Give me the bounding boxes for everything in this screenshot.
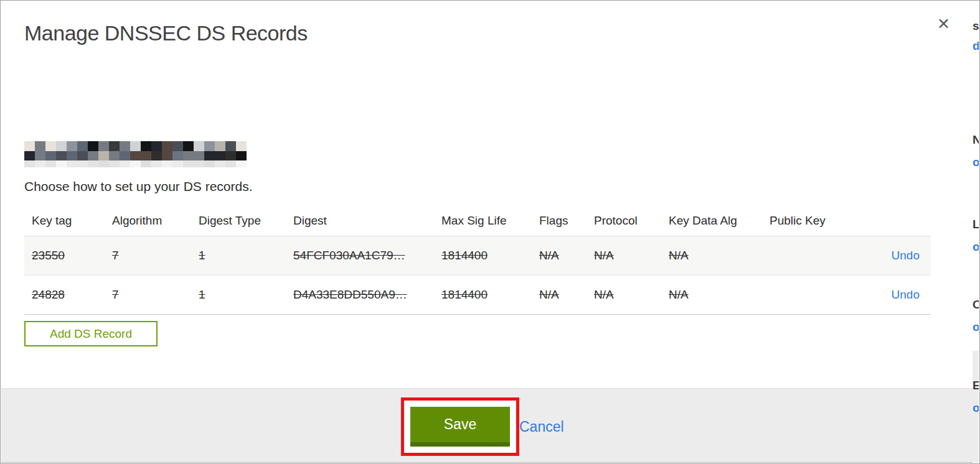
close-icon[interactable]: ✕ bbox=[937, 16, 950, 32]
redacted-pixel bbox=[98, 141, 109, 151]
redacted-pixel bbox=[109, 141, 120, 151]
column-header-protocol: Protocol bbox=[587, 206, 661, 236]
redacted-pixel bbox=[98, 151, 109, 160]
table-header-row: Key tagAlgorithmDigest TypeDigestMax Sig… bbox=[24, 206, 931, 236]
redacted-pixel bbox=[204, 141, 215, 151]
background-text-fragment: o bbox=[973, 156, 979, 168]
redacted-pixel bbox=[172, 160, 183, 167]
redacted-pixel bbox=[215, 160, 225, 167]
redacted-pixel bbox=[56, 151, 67, 160]
undo-link[interactable]: Undo bbox=[892, 249, 920, 262]
redacted-pixel bbox=[194, 160, 204, 167]
undo-link[interactable]: Undo bbox=[892, 288, 920, 301]
redacted-pixel bbox=[162, 151, 172, 160]
redacted-pixel bbox=[194, 141, 204, 151]
redacted-pixel bbox=[88, 160, 98, 167]
modal-title: Manage DNSSEC DS Records bbox=[24, 21, 308, 45]
redacted-pixel bbox=[183, 151, 194, 160]
redacted-pixel bbox=[183, 160, 194, 167]
column-header-max-sig-life: Max Sig Life bbox=[434, 206, 532, 236]
redacted-pixel bbox=[35, 151, 45, 160]
redacted-pixel bbox=[109, 151, 120, 160]
cell-flags: N/A bbox=[532, 236, 587, 276]
manage-dnssec-modal: Manage DNSSEC DS Records ✕ Choose how to… bbox=[1, 1, 973, 463]
screenshot-frame: Manage DNSSEC DS Records ✕ Choose how to… bbox=[0, 0, 980, 464]
background-text-fragment: E bbox=[973, 379, 979, 391]
cell-algorithm: 7 bbox=[105, 236, 191, 276]
background-text-fragment: s bbox=[973, 20, 979, 32]
cell-digest-type: 1 bbox=[191, 276, 286, 315]
cell-algorithm: 7 bbox=[105, 276, 191, 315]
redacted-pixel bbox=[151, 160, 162, 167]
redacted-pixel bbox=[120, 151, 130, 160]
redacted-pixel bbox=[24, 151, 35, 160]
redacted-pixel bbox=[130, 160, 141, 167]
redacted-pixel bbox=[120, 141, 130, 151]
redacted-pixel bbox=[215, 141, 225, 151]
redacted-pixel bbox=[204, 160, 215, 167]
table-row: 235507154FCF030AA1C79…1814400N/AN/AN/AUn… bbox=[24, 236, 931, 276]
redacted-pixel bbox=[24, 160, 35, 167]
redacted-pixel bbox=[88, 151, 98, 160]
redacted-pixel bbox=[24, 141, 35, 151]
redacted-pixel bbox=[204, 151, 215, 160]
redacted-pixel bbox=[151, 151, 162, 160]
background-text-fragment: o bbox=[973, 241, 979, 253]
redacted-pixel bbox=[77, 141, 88, 151]
redacted-pixel bbox=[77, 151, 88, 160]
red-annotation-box: Save bbox=[401, 397, 519, 456]
redacted-pixel bbox=[56, 160, 67, 167]
redacted-pixel bbox=[120, 160, 130, 167]
intro-text: Choose how to set up your DS records. bbox=[24, 179, 253, 194]
cell-max-sig-life: 1814400 bbox=[434, 276, 532, 315]
redacted-pixel bbox=[45, 141, 56, 151]
column-header-flags: Flags bbox=[532, 206, 587, 236]
redacted-pixel bbox=[225, 151, 236, 160]
cell-digest: 54FCF030AA1C79… bbox=[286, 236, 434, 276]
cell-key-tag: 24828 bbox=[24, 276, 105, 315]
cell-digest: D4A33E8DD550A9… bbox=[286, 276, 434, 315]
redacted-pixel bbox=[45, 151, 56, 160]
cell-public-key bbox=[762, 276, 875, 315]
redacted-pixel bbox=[236, 160, 247, 167]
background-text-fragment: d bbox=[973, 40, 979, 52]
redacted-pixel bbox=[225, 160, 236, 167]
background-text-fragment: o bbox=[973, 321, 979, 333]
background-text-fragment: C bbox=[973, 299, 979, 310]
modal-footer: Save Cancel bbox=[1, 388, 973, 463]
cell-action: Undo bbox=[875, 276, 931, 315]
redacted-pixel bbox=[77, 160, 88, 167]
redacted-pixel bbox=[183, 141, 194, 151]
redacted-pixel bbox=[67, 160, 77, 167]
redacted-pixel bbox=[98, 160, 109, 167]
column-header-algorithm: Algorithm bbox=[105, 206, 191, 236]
cell-key-data-alg: N/A bbox=[661, 276, 762, 315]
add-ds-record-button[interactable]: Add DS Record bbox=[24, 321, 158, 346]
redacted-pixel bbox=[172, 141, 183, 151]
redacted-pixel bbox=[141, 141, 151, 151]
background-text-fragment: L bbox=[973, 218, 979, 230]
cell-flags: N/A bbox=[532, 276, 587, 315]
column-header-digest-type: Digest Type bbox=[191, 206, 286, 236]
column-header-key-tag: Key tag bbox=[24, 206, 105, 236]
cell-key-tag: 23550 bbox=[24, 236, 105, 276]
redacted-pixel bbox=[130, 151, 141, 160]
background-page-sliver: sdNoLoCoEo bbox=[973, 1, 979, 463]
redacted-pixel bbox=[236, 151, 247, 160]
cell-action: Undo bbox=[875, 236, 931, 276]
redacted-pixel bbox=[172, 151, 183, 160]
redacted-pixel bbox=[162, 160, 172, 167]
cell-max-sig-life: 1814400 bbox=[434, 236, 532, 276]
redacted-pixel bbox=[45, 160, 56, 167]
cell-digest-type: 1 bbox=[191, 236, 286, 276]
cancel-link[interactable]: Cancel bbox=[519, 419, 564, 435]
column-header-digest: Digest bbox=[286, 206, 434, 236]
redacted-pixel bbox=[130, 141, 141, 151]
background-text-fragment: N bbox=[973, 134, 979, 146]
redacted-pixel bbox=[215, 151, 225, 160]
cell-public-key bbox=[762, 236, 875, 276]
redacted-pixel bbox=[88, 141, 98, 151]
background-text-fragment: o bbox=[973, 402, 979, 414]
save-button[interactable]: Save bbox=[410, 407, 510, 447]
redacted-pixel bbox=[109, 160, 120, 167]
